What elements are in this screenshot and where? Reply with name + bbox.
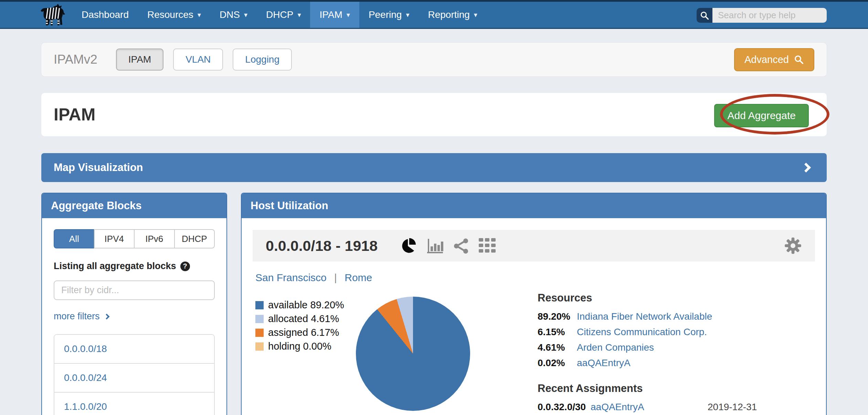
nav-resources[interactable]: Resources ▾: [138, 2, 210, 28]
legend-swatch: [255, 342, 264, 351]
nav-label: Peering: [369, 9, 402, 20]
legend-label: allocated 4.61%: [268, 313, 339, 324]
caret-down-icon: ▾: [347, 11, 350, 19]
filter-tab-ipv4[interactable]: IPV4: [94, 229, 135, 248]
legend-label: assigned 6.17%: [268, 327, 339, 338]
pie-chart-view-button[interactable]: [400, 237, 417, 254]
chevron-right-icon: [104, 313, 109, 319]
grid-view-button[interactable]: [479, 238, 496, 253]
zebra-logo[interactable]: [0, 2, 72, 28]
advanced-search-button[interactable]: Advanced: [734, 48, 814, 71]
nav-dashboard[interactable]: Dashboard: [72, 2, 138, 28]
filter-tab-ipv6[interactable]: IPv6: [134, 229, 175, 248]
list-item[interactable]: 0.0.0.0/24: [54, 363, 214, 392]
link-separator: |: [334, 272, 337, 283]
bar-chart-icon: [426, 237, 444, 254]
legend-item-holding: holding 0.00%: [255, 341, 356, 352]
search-input[interactable]: [712, 8, 827, 23]
assignment-date: 2019-12-31: [708, 402, 757, 413]
filter-tab-dhcp[interactable]: DHCP: [174, 229, 215, 248]
recent-assignments-title: Recent Assignments: [538, 382, 757, 395]
stats-column: Resources 89.20% Indiana Fiber Network A…: [538, 292, 757, 415]
nav-ipam[interactable]: IPAM ▾: [310, 2, 359, 28]
page-title: IPAM: [54, 105, 95, 125]
resource-pct: 4.61%: [538, 342, 572, 353]
map-visualization-label: Map Visualization: [54, 161, 143, 174]
resource-pct: 89.20%: [538, 311, 572, 322]
search-icon: [700, 11, 709, 20]
more-filters-label: more filters: [54, 311, 100, 322]
nav-label: DHCP: [266, 9, 293, 20]
page-header: IPAM Add Aggregate: [41, 93, 827, 136]
add-aggregate-button[interactable]: Add Aggregate: [714, 104, 809, 127]
grid-icon: [479, 238, 496, 253]
zebra-icon: [38, 4, 67, 26]
legend-swatch: [255, 315, 264, 323]
tab-logging[interactable]: Logging: [233, 49, 292, 71]
resource-row: 4.61% Arden Companies: [538, 342, 757, 353]
caret-down-icon: ▾: [297, 11, 301, 19]
location-link-rome[interactable]: Rome: [345, 272, 372, 283]
host-utilization-header: Host Utilization: [242, 193, 826, 218]
help-icon[interactable]: ?: [180, 262, 190, 271]
assignment-cidr: 0.0.32.0/30: [538, 402, 586, 413]
caret-down-icon: ▾: [244, 11, 247, 19]
cidr-filter-input[interactable]: [54, 280, 215, 300]
legend-label: holding 0.00%: [268, 341, 331, 352]
ipamv2-toolbar: IPAMv2 IPAM VLAN Logging Advanced: [41, 43, 827, 76]
main-nav: Dashboard Resources ▾ DNS ▾ DHCP ▾ IPAM …: [72, 2, 487, 28]
nav-label: DNS: [220, 9, 240, 20]
nav-peering[interactable]: Peering ▾: [359, 2, 419, 28]
resource-link[interactable]: Arden Companies: [577, 342, 654, 353]
host-utilization-panel: Host Utilization 0.0.0.0/18 - 1918: [241, 193, 827, 415]
nav-label: IPAM: [319, 9, 342, 20]
resource-link[interactable]: Citizens Communication Corp.: [577, 327, 707, 338]
share-view-button[interactable]: [453, 237, 469, 254]
settings-button[interactable]: [784, 237, 802, 255]
legend-item-available: available 89.20%: [255, 299, 356, 311]
location-links: San Franscisco | Rome: [255, 272, 815, 284]
global-search: [697, 8, 827, 23]
nav-dns[interactable]: DNS ▾: [210, 2, 257, 28]
nav-reporting[interactable]: Reporting ▾: [419, 2, 486, 28]
resource-row: 6.15% Citizens Communication Corp.: [538, 327, 757, 338]
tab-ipam[interactable]: IPAM: [116, 49, 163, 71]
pie-legend: available 89.20% allocated 4.61% assigne…: [255, 297, 356, 354]
map-visualization-bar[interactable]: Map Visualization: [41, 153, 827, 182]
legend-item-allocated: allocated 4.61%: [255, 313, 356, 324]
caret-down-icon: ▾: [406, 11, 409, 19]
search-icon: [794, 54, 804, 65]
block-header-bar: 0.0.0.0/18 - 1918: [253, 230, 815, 262]
resource-pct: 6.15%: [538, 327, 572, 338]
filter-tab-all[interactable]: All: [54, 229, 95, 248]
legend-label: available 89.20%: [268, 299, 344, 311]
resource-link[interactable]: aaQAEntryA: [577, 358, 631, 369]
pie-chart-icon: [400, 237, 417, 254]
advanced-label: Advanced: [744, 54, 789, 65]
resource-pct: 0.02%: [538, 358, 572, 369]
resources-title: Resources: [538, 292, 757, 304]
nav-dhcp[interactable]: DHCP ▾: [257, 2, 310, 28]
aggregate-list: 0.0.0.0/18 0.0.0.0/24 1.1.0.0/20 1.1.1.0…: [54, 334, 215, 415]
location-link-san-francisco[interactable]: San Franscisco: [255, 272, 327, 283]
aggregate-filter-tabs: All IPV4 IPv6 DHCP: [54, 229, 215, 248]
tab-vlan[interactable]: VLAN: [173, 49, 223, 71]
search-button[interactable]: [697, 8, 712, 23]
bar-chart-view-button[interactable]: [426, 237, 444, 254]
assignment-link[interactable]: aaQAEntryA: [591, 402, 704, 413]
top-navbar: Dashboard Resources ▾ DNS ▾ DHCP ▾ IPAM …: [0, 0, 868, 29]
gear-icon: [784, 237, 802, 255]
more-filters-link[interactable]: more filters: [54, 311, 109, 322]
chevron-right-icon[interactable]: [801, 163, 811, 172]
resource-link[interactable]: Indiana Fiber Network Available: [577, 311, 712, 322]
share-icon: [453, 237, 469, 254]
caret-down-icon: ▾: [198, 11, 201, 19]
resource-row: 89.20% Indiana Fiber Network Available: [538, 311, 757, 322]
list-item[interactable]: 0.0.0.0/18: [54, 335, 214, 363]
listing-text: Listing all aggregate blocks: [54, 261, 176, 272]
legend-swatch: [255, 301, 264, 309]
resource-row: 0.02% aaQAEntryA: [538, 358, 757, 369]
list-item[interactable]: 1.1.0.0/20: [54, 392, 214, 415]
block-title: 0.0.0.0/18 - 1918: [266, 237, 378, 254]
caret-down-icon: ▾: [474, 11, 477, 19]
